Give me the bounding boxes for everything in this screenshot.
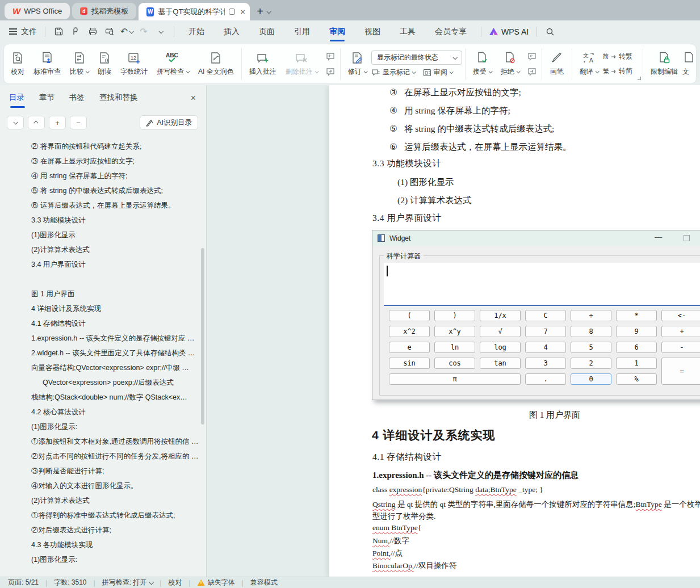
menu-tab-page[interactable]: 页面: [249, 20, 284, 43]
toc-item[interactable]: (2)计算算术表达式: [31, 493, 200, 508]
accept-button[interactable]: 接受: [468, 47, 496, 82]
toc-item[interactable]: (1)图形化显示:: [31, 552, 200, 567]
menu-tab-review[interactable]: 审阅: [320, 20, 355, 43]
toc-item[interactable]: ①将得到的标准中缀表达式转化成后缀表达式;: [31, 508, 200, 523]
compatibility-mode[interactable]: 兼容模式: [250, 578, 278, 587]
file-menu-button[interactable]: 文件: [6, 27, 40, 37]
standard-review-button[interactable]: 标准审查: [29, 47, 65, 82]
tab-wps-office[interactable]: W WPS Office: [5, 3, 70, 19]
toc-item[interactable]: 3.4 用户界面设计: [31, 257, 200, 272]
to-traditional-button[interactable]: 简 转繁: [603, 52, 632, 61]
toc-item[interactable]: 向量容器结构;QVector<expression> expr;//中缀 …: [31, 360, 200, 375]
missing-font-warning[interactable]: ! 缺失字体: [198, 578, 235, 587]
toc-item[interactable]: ②对后缀表达式进行计算;: [31, 523, 200, 537]
toc-item[interactable]: (1)图形化显示:: [31, 419, 200, 434]
to-simplified-button[interactable]: 繁 转简: [603, 66, 632, 76]
toc-item[interactable]: QVector<expression> poexp;//后缀表达式: [31, 375, 200, 390]
toc-item[interactable]: 4.2 核心算法设计: [31, 405, 200, 419]
toc-item[interactable]: ⑤ 将 string 的中缀表达式转成后缀表达式;: [31, 183, 200, 198]
proofread-status[interactable]: 校对: [168, 578, 182, 587]
toc-item[interactable]: 1.expression.h -- 该头文件定义的是存储按键对应 …: [31, 331, 200, 346]
toc-item[interactable]: (2)计算算术表达式: [31, 242, 200, 257]
toc-item[interactable]: 3.3 功能模块设计: [31, 213, 200, 228]
toc-item[interactable]: 图 1 用户界面: [31, 287, 200, 301]
translate-button[interactable]: 文A 翻译: [575, 47, 603, 82]
toc-item[interactable]: (1)图形化显示: [31, 228, 200, 242]
previous-revision-icon[interactable]: [526, 52, 536, 61]
print-button[interactable]: [84, 24, 101, 39]
close-sidebar-icon[interactable]: ×: [191, 93, 196, 103]
document-page[interactable]: ③在屏幕上显示对应按钮的文字; ④用 string 保存屏幕上的字符; ⑤将 s…: [329, 85, 700, 577]
tab-document[interactable]: W 基于QT实现的科学计算器设计 ×: [139, 3, 250, 20]
group-expand-icon[interactable]: [638, 77, 641, 80]
sidebar-scrollbar[interactable]: [201, 248, 204, 425]
insert-comment-button[interactable]: 插入批注: [245, 47, 281, 82]
sidebar-tab-bookmarks[interactable]: 书签: [69, 93, 85, 108]
comment-bubble-icon[interactable]: [229, 9, 235, 15]
search-button[interactable]: [542, 24, 559, 39]
compare-button[interactable]: 比较: [65, 47, 93, 82]
spell-check-status[interactable]: 拼写检查: 打开: [102, 578, 153, 587]
new-tab-button[interactable]: +: [257, 6, 263, 17]
toc-item[interactable]: ⑥ 运算后缀表达式，在屏幕上显示运算结果。: [31, 198, 200, 213]
menu-tab-member[interactable]: 会员专享: [425, 20, 476, 43]
spell-check-button[interactable]: ABC 拼写检查: [152, 47, 194, 82]
previous-comment-icon[interactable]: [325, 52, 335, 61]
calc-button: log: [480, 342, 521, 353]
print-preview-button[interactable]: [101, 24, 118, 39]
menu-tab-view[interactable]: 视图: [355, 20, 390, 43]
toc-item[interactable]: ④ 用 string 保存屏幕上的字符;: [31, 169, 200, 183]
next-revision-icon[interactable]: [526, 68, 536, 76]
delete-comment-button[interactable]: 删除批注: [281, 47, 322, 82]
toc-item[interactable]: ①添加按钮和文本框对象,通过函数调用将按钮的信 …: [31, 434, 200, 449]
ai-recognize-toc-button[interactable]: AI识别目录: [140, 115, 198, 130]
toc-item[interactable]: 栈结构:QStack<double> num;//数字 QStack<ex…: [31, 390, 200, 405]
show-markup-button[interactable]: 显示标记: [371, 68, 415, 77]
tab-docer-templates[interactable]: d 找稻壳模板: [72, 3, 136, 19]
clipped-ribbon-button[interactable]: 文: [682, 47, 694, 82]
review-panel-button[interactable]: 审阅: [423, 68, 452, 77]
proofread-button[interactable]: 校对: [6, 47, 29, 82]
toc-item[interactable]: 2.widget.h -- 该头文件里面定义了具体存储结构类 …: [31, 346, 200, 360]
arrow-right-icon: [611, 69, 617, 74]
toc-item[interactable]: ③ 在屏幕上显示对应按钮的文字;: [31, 154, 200, 169]
wps-ai-button[interactable]: WPS AI: [486, 27, 532, 36]
brush-button[interactable]: 画笔: [545, 47, 569, 82]
expand-all-button[interactable]: [28, 116, 45, 129]
redo-button[interactable]: ↷: [135, 24, 152, 39]
circled-number: ⑥: [389, 142, 397, 152]
toc-item[interactable]: ②对点击不同的按钮进行不同的任务分发,将相应的 …: [31, 449, 200, 464]
zoom-out-toc-button[interactable]: −: [70, 116, 87, 129]
doc-list-item: ④用 string 保存屏幕上的字符;: [389, 105, 510, 117]
export-button[interactable]: [67, 24, 84, 39]
read-aloud-button[interactable]: 朗读: [93, 47, 116, 82]
undo-button[interactable]: ↶: [118, 24, 135, 39]
menu-tab-home[interactable]: 开始: [179, 20, 214, 43]
toc-item[interactable]: 4.1 存储结构设计: [31, 316, 200, 331]
save-button[interactable]: [50, 24, 67, 39]
next-comment-icon[interactable]: [325, 68, 335, 76]
menu-tab-insert[interactable]: 插入: [214, 20, 249, 43]
menu-tab-reference[interactable]: 引用: [284, 20, 320, 43]
word-count-indicator[interactable]: 字数: 3510: [54, 578, 86, 587]
menu-tab-tools[interactable]: 工具: [390, 20, 425, 43]
word-count-button[interactable]: 12 字数统计: [116, 47, 152, 82]
sidebar-tab-find-replace[interactable]: 查找和替换: [99, 93, 138, 108]
toc-item[interactable]: 4 详细设计及系统实现: [31, 301, 200, 316]
toc-item[interactable]: ④对输入的文本进行图形化显示。: [31, 478, 200, 493]
toc-item[interactable]: 4.3 各功能模块实现: [31, 537, 200, 552]
reject-button[interactable]: 拒绝: [496, 47, 524, 82]
tab-list-chevron-icon[interactable]: [266, 9, 271, 14]
sidebar-tab-chapters[interactable]: 章节: [39, 93, 55, 108]
collapse-all-button[interactable]: [7, 116, 24, 129]
toolbar-more-button[interactable]: [152, 24, 169, 39]
close-tab-icon[interactable]: ×: [239, 7, 246, 16]
restrict-editing-button[interactable]: 限制编辑: [646, 47, 682, 82]
toc-item[interactable]: ③判断是否能进行计算;: [31, 464, 200, 478]
toc-item[interactable]: ② 将界面的按钮和代码建立起关系;: [31, 139, 200, 154]
markup-state-dropdown[interactable]: 显示标记的最终状态: [371, 51, 462, 65]
ai-polish-button[interactable]: AI 全文润色: [194, 47, 238, 82]
zoom-in-toc-button[interactable]: +: [49, 116, 66, 129]
track-changes-button[interactable]: 修订: [343, 47, 371, 82]
sidebar-tab-contents[interactable]: 目录: [9, 93, 24, 108]
